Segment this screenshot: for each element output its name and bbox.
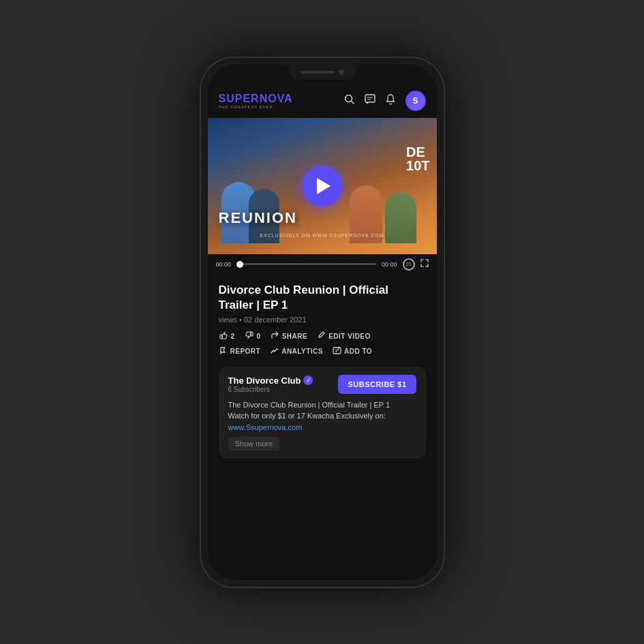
edit-video-button[interactable]: EDIT VIDEO: [317, 331, 371, 341]
video-overlay-title: REUNION: [219, 209, 297, 227]
video-subtitle: EXCLUSIVELY ON WWW.SSUPERNOVA.COM: [208, 233, 437, 238]
notch-speaker: [301, 71, 335, 74]
add-to-icon: [333, 346, 341, 357]
video-title: Divorce Club Reunion | Official Trailer …: [219, 283, 426, 313]
progress-track[interactable]: [236, 263, 376, 265]
dislike-button[interactable]: 0: [245, 331, 261, 342]
analytics-icon: [270, 346, 279, 357]
actions-row-1: 2 0: [219, 331, 426, 342]
report-button[interactable]: REPORT: [219, 346, 261, 357]
analytics-label: ANALYTICS: [281, 348, 323, 355]
add-to-label: ADD TO: [344, 348, 372, 355]
share-icon: [271, 331, 279, 341]
svg-rect-5: [220, 335, 222, 339]
video-player: REUNION DE 10T EXCLUSIVELY ON WWW.SSUPER…: [208, 118, 437, 254]
logo-text: SUPERNOVA: [219, 93, 293, 105]
play-button[interactable]: [302, 166, 343, 206]
fullscreen-icon[interactable]: [420, 259, 429, 269]
edit-video-label: EDIT VIDEO: [328, 333, 371, 340]
flag-icon: [219, 346, 228, 357]
share-button[interactable]: SHARE: [271, 331, 308, 341]
verified-badge: ✓: [303, 375, 313, 385]
skip-icon[interactable]: 20: [403, 258, 415, 271]
channel-header: The Divorce Club ✓ 6 Subscribers SUBSCRI…: [228, 375, 416, 394]
svg-rect-6: [251, 332, 253, 336]
time-start: 00:00: [216, 261, 232, 268]
channel-name: The Divorce Club ✓: [228, 375, 313, 386]
thumbs-down-icon: [245, 331, 254, 342]
app-logo: SUPERNOVA THE GREATEST EVER: [219, 93, 293, 109]
description-line1: The Divorce Club Reunion | Official Trai…: [228, 399, 416, 411]
video-overlay-date: DE 10T: [406, 145, 429, 172]
logo-sub: THE GREATEST EVER: [219, 105, 293, 109]
logo-main: SUPER: [219, 93, 260, 104]
notifications-icon[interactable]: [385, 94, 396, 108]
chat-icon[interactable]: [365, 94, 375, 108]
play-triangle-icon: [317, 178, 331, 194]
avatar[interactable]: S: [405, 91, 426, 111]
svg-rect-2: [365, 95, 375, 102]
logo-accent: NOVA: [260, 93, 293, 104]
video-meta: views • 02 december 2021: [219, 316, 426, 324]
video-controls: 00:00 00:00 20: [208, 254, 437, 275]
phone-notch: [288, 65, 356, 80]
content-area: Divorce Club Reunion | Official Trailer …: [208, 275, 437, 580]
time-end: 00:00: [382, 261, 397, 268]
notch-camera: [339, 70, 344, 75]
channel-info: The Divorce Club ✓ 6 Subscribers: [228, 375, 313, 393]
share-label: SHARE: [282, 333, 308, 340]
show-more-button[interactable]: Show more: [228, 437, 280, 450]
subscribe-button[interactable]: SUBSCRIBE $1: [338, 375, 416, 394]
search-icon[interactable]: [344, 94, 355, 108]
like-button[interactable]: 2: [219, 331, 235, 342]
svg-rect-7: [333, 348, 341, 354]
channel-card: The Divorce Club ✓ 6 Subscribers SUBSCRI…: [219, 367, 426, 459]
add-to-button[interactable]: ADD TO: [333, 346, 372, 357]
description-line2: Watch for only $1 or 17 Kwacha Exclusive…: [228, 410, 416, 422]
report-label: REPORT: [230, 348, 261, 355]
header-icons: S: [344, 91, 426, 111]
video-description: The Divorce Club Reunion | Official Trai…: [228, 399, 416, 433]
svg-line-1: [351, 101, 354, 104]
description-link[interactable]: www.Ssupernova.com: [228, 423, 303, 431]
edit-icon: [317, 331, 326, 341]
channel-name-text: The Divorce Club: [228, 375, 301, 386]
analytics-button[interactable]: ANALYTICS: [270, 346, 323, 357]
like-count: 2: [231, 333, 235, 340]
channel-subscribers: 6 Subscribers: [228, 386, 313, 393]
phone-screen: SUPERNOVA THE GREATEST EVER: [208, 65, 437, 580]
dislike-count: 0: [257, 333, 261, 340]
thumbs-up-icon: [219, 331, 228, 342]
actions-row-2: REPORT ANALYTICS: [219, 346, 426, 357]
progress-indicator: [236, 261, 243, 268]
phone-device: SUPERNOVA THE GREATEST EVER: [200, 57, 445, 588]
